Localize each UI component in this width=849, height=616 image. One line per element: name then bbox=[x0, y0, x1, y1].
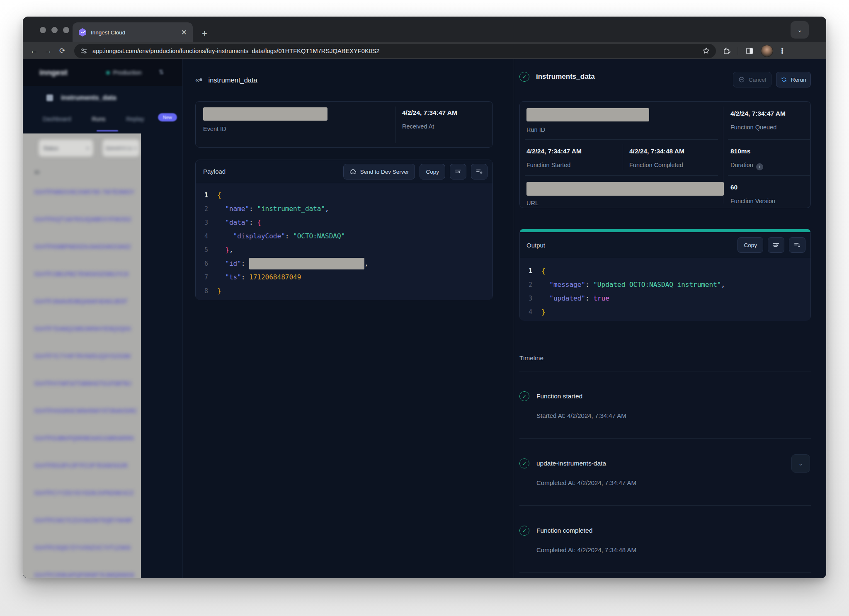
code-line: 4 "displayCode": "OCTO:NASDAQ" bbox=[196, 229, 492, 243]
line-number: 2 bbox=[520, 281, 541, 289]
function-completed-value: 4/2/24, 7:34:48 AM bbox=[629, 148, 684, 155]
event-panel: « instrument_data Event ID 4/2/24, 7:34:… bbox=[182, 59, 514, 578]
bookmark-star-icon[interactable] bbox=[702, 47, 710, 55]
run-id-link[interactable]: 01HTFKMBPMD0ZAJ4AG04KD3A02 bbox=[34, 243, 131, 250]
environment-selector[interactable]: Production bbox=[107, 69, 142, 76]
function-started-value: 4/2/24, 7:34:47 AM bbox=[526, 148, 582, 155]
event-title: instrument_data bbox=[208, 76, 257, 84]
line-number: 4 bbox=[520, 308, 541, 316]
function-header: instruments_data bbox=[46, 94, 116, 102]
code-line: 1{ bbox=[520, 264, 810, 278]
event-id-redacted bbox=[203, 107, 327, 121]
wrap-text-button[interactable] bbox=[450, 164, 466, 179]
run-id-link[interactable]: 01HTFG3BKPQ5R9EAA51GBRARRN bbox=[34, 435, 134, 441]
timeline-item-title: Function completed bbox=[536, 527, 592, 534]
url-text: app.inngest.com/env/production/functions… bbox=[92, 48, 697, 54]
run-id-link[interactable]: 01HTFCR9KAPQP0R6P7K3MQNMX8 bbox=[34, 572, 134, 578]
tab-dashboard[interactable]: Dashboard bbox=[43, 116, 71, 122]
timeline-item-detail: Started At: 4/2/2024, 7:34:47 AM bbox=[536, 412, 811, 419]
duration-label: Durationi bbox=[730, 162, 763, 170]
inngest-logo: inngest bbox=[39, 68, 68, 77]
env-status-dot bbox=[107, 71, 109, 74]
redacted-value bbox=[249, 258, 364, 269]
window-zoom-button[interactable] bbox=[63, 27, 69, 33]
site-settings-icon[interactable] bbox=[80, 47, 87, 55]
run-id-link[interactable]: 01HTFCYYZGYGYGDKJVP82NKXCZ bbox=[34, 490, 134, 496]
toolbar-divider bbox=[738, 47, 738, 55]
rerun-button[interactable]: Rerun bbox=[776, 72, 811, 87]
run-id-link[interactable]: 01HTFHXGR0CWNH5WY5T3NAVGRC bbox=[34, 407, 137, 414]
event-icon: « bbox=[195, 76, 202, 84]
window-close-button[interactable] bbox=[40, 27, 46, 33]
run-id-link[interactable]: 01HTFKQT1M7RSJQABEXYF0K0S2 bbox=[34, 216, 131, 223]
payload-code[interactable]: 1{2 "name": "instrument_data",3 "data": … bbox=[196, 183, 492, 300]
browser-window: Inngest Cloud ✕ + ⌄ ← → ⟳ app.inngest.co… bbox=[23, 17, 826, 578]
output-code[interactable]: 1{2 "message": "Updated OCTO:NASDAQ inst… bbox=[520, 258, 810, 321]
output-wrap-text-button[interactable] bbox=[768, 237, 784, 253]
output-expand-lines-button[interactable] bbox=[789, 237, 805, 253]
side-panel-icon[interactable] bbox=[745, 47, 754, 55]
tab-replay[interactable]: Replay bbox=[126, 116, 144, 122]
extensions-icon[interactable] bbox=[723, 47, 731, 55]
expand-lines-icon bbox=[793, 241, 801, 249]
success-accent-bar bbox=[520, 229, 810, 232]
run-id-link[interactable]: 01HTFJ94AVE0BQ49AF4DM13E9T bbox=[34, 298, 128, 305]
tab-strip: Inngest Cloud ✕ + ⌄ bbox=[23, 17, 826, 42]
date-range-filter[interactable]: Queued in Last 3 Days ▾ bbox=[102, 139, 140, 157]
id-column-header: ID bbox=[34, 169, 40, 175]
function-version-label: Function Version bbox=[730, 198, 775, 204]
code-line: 2 "message": "Updated OCTO:NASDAQ instru… bbox=[520, 278, 810, 291]
function-version-value: 60 bbox=[730, 184, 737, 191]
forward-button[interactable]: → bbox=[41, 46, 55, 56]
tab-close-icon[interactable]: ✕ bbox=[181, 29, 187, 36]
step-success-check-icon: ✓ bbox=[519, 458, 529, 468]
run-status-check-icon: ✓ bbox=[519, 72, 529, 82]
rerun-icon bbox=[781, 76, 787, 83]
run-id-link[interactable]: 01HTF7DA6Q2385JWNHYE9Q2Q0X bbox=[34, 325, 131, 332]
output-copy-button[interactable]: Copy bbox=[737, 237, 763, 253]
timeline-section: Timeline ✓Function startedStarted At: 4/… bbox=[519, 354, 811, 573]
back-button[interactable]: ← bbox=[27, 46, 41, 56]
run-id-link[interactable]: 01HTFN86XV6CXW5765 7W7E3WDY bbox=[34, 189, 134, 195]
line-number: 3 bbox=[196, 219, 217, 226]
send-to-dev-server-button[interactable]: Send to Dev Server bbox=[343, 164, 415, 179]
run-id-label: Run ID bbox=[526, 126, 545, 133]
expand-lines-button[interactable] bbox=[471, 164, 488, 179]
duration-info-icon[interactable]: i bbox=[756, 163, 763, 170]
output-title: Output bbox=[526, 242, 545, 249]
browser-menu-icon[interactable]: ••• bbox=[780, 48, 784, 54]
run-id-link[interactable]: 01HTFC5QG7ZYVXNZVC7VT1Z4K6 bbox=[34, 544, 131, 551]
line-number: 1 bbox=[196, 192, 217, 199]
profile-avatar[interactable] bbox=[761, 45, 773, 57]
run-title: instruments_data bbox=[536, 73, 595, 81]
run-id-link[interactable]: 01HTFCW27CZ2X3AZM75QEYNH8F bbox=[34, 517, 133, 524]
run-id-link[interactable]: 01HTFEG3FVJP7FZJP7EA5KN3JR bbox=[34, 462, 128, 469]
payload-copy-button[interactable]: Copy bbox=[420, 164, 445, 179]
wrap-text-icon bbox=[772, 241, 780, 249]
timeline-item-title: Function started bbox=[536, 393, 582, 400]
tab-runs[interactable]: Runs bbox=[92, 116, 106, 122]
function-queued-value: 4/2/24, 7:34:47 AM bbox=[730, 110, 786, 117]
code-line: 3 "data": { bbox=[196, 216, 492, 229]
run-id-link[interactable]: 01HTFJ3B1PBZ7EWGK5Z086JYC8 bbox=[34, 271, 128, 277]
run-id-link[interactable]: 01HTF7C7YHF7RVN051Q3YD2S3M bbox=[34, 353, 131, 359]
expand-lines-icon bbox=[475, 168, 483, 175]
status-filter[interactable]: Status ▾ bbox=[39, 139, 93, 157]
address-bar[interactable]: app.inngest.com/env/production/functions… bbox=[74, 44, 716, 58]
cancel-icon bbox=[738, 76, 745, 83]
reload-button[interactable]: ⟳ bbox=[55, 46, 69, 55]
received-at-label: Received At bbox=[402, 123, 434, 130]
window-minimize-button[interactable] bbox=[51, 27, 58, 33]
browser-toolbar: ← → ⟳ app.inngest.com/env/production/fun… bbox=[23, 42, 826, 59]
function-name: instruments_data bbox=[61, 94, 116, 102]
new-tab-button[interactable]: + bbox=[202, 28, 207, 39]
cancel-button[interactable]: Cancel bbox=[733, 72, 771, 87]
line-number: 3 bbox=[520, 295, 541, 302]
code-line: 4} bbox=[520, 305, 810, 319]
step-success-check-icon: ✓ bbox=[519, 526, 529, 536]
tab-search-button[interactable]: ⌄ bbox=[791, 21, 809, 39]
browser-tab[interactable]: Inngest Cloud ✕ bbox=[73, 22, 193, 42]
timeline-expand-button[interactable]: ⌄ bbox=[791, 454, 810, 473]
run-id-link[interactable]: 01HTFHYWF32TSB9HGTG1F5BTBJ bbox=[34, 380, 131, 387]
env-switcher-icon[interactable]: ⇅ bbox=[158, 68, 164, 76]
